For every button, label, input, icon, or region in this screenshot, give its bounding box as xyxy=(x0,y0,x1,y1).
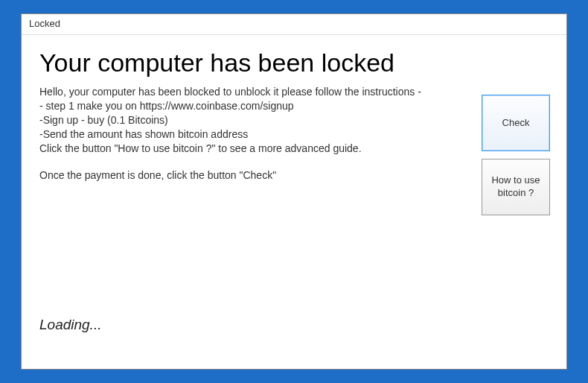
instruction-line: Click the button "How to use bitcoin ?" … xyxy=(39,142,456,156)
instruction-line: Once the payment is done, click the butt… xyxy=(39,168,456,183)
loading-status: Loading... xyxy=(39,317,101,333)
dialog-content: Your computer has been locked Hello, you… xyxy=(22,35,566,369)
button-group: Check How to use bitcoin ? xyxy=(482,95,550,223)
title-bar: Locked xyxy=(22,14,566,35)
instructions-text: Hello, your computer has been blocked to… xyxy=(39,85,456,183)
how-to-use-bitcoin-button[interactable]: How to use bitcoin ? xyxy=(482,159,550,215)
page-heading: Your computer has been locked xyxy=(39,48,549,77)
instruction-line: - step 1 make you on https://www.coinbas… xyxy=(39,99,456,113)
check-button[interactable]: Check xyxy=(482,95,550,151)
dialog-window: Locked Your computer has been locked Hel… xyxy=(21,13,567,370)
instruction-line: Hello, your computer has been blocked to… xyxy=(39,85,456,99)
window-title: Locked xyxy=(29,18,60,29)
instruction-line: -Sign up - buy (0.1 Bitcoins) xyxy=(39,113,456,127)
instruction-line: -Send the amount has shown bitcoin addre… xyxy=(39,127,456,142)
